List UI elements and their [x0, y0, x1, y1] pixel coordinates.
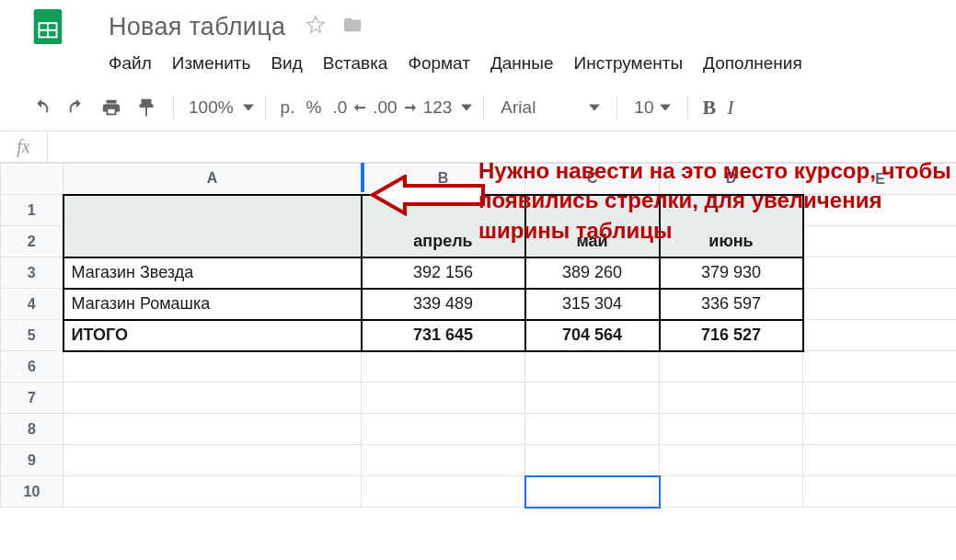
menu-file[interactable]: Файл — [109, 53, 152, 74]
zoom-value: 100% — [185, 96, 237, 120]
table-row: 3 Магазин Звезда 392 156 389 260 379 930 — [1, 257, 957, 289]
bold-button[interactable]: B — [699, 94, 720, 121]
font-size-select[interactable]: 10 — [628, 97, 675, 118]
menu-data[interactable]: Данные — [490, 53, 554, 74]
fx-label: fx — [0, 131, 48, 162]
menu-view[interactable]: Вид — [271, 53, 302, 74]
cell-e6[interactable] — [803, 351, 957, 383]
cell-e7[interactable] — [803, 383, 957, 414]
separator — [687, 96, 688, 120]
rowhead-9[interactable]: 9 — [1, 445, 63, 476]
menu-format[interactable]: Формат — [408, 53, 470, 74]
cell-e10[interactable] — [803, 476, 957, 508]
number-format-select[interactable]: 123 — [420, 96, 473, 120]
cell-b1[interactable]: апрель — [362, 195, 525, 257]
arrow-right-icon — [405, 103, 416, 112]
italic-button[interactable]: I — [723, 94, 737, 121]
rowhead-2[interactable]: 2 — [1, 226, 63, 257]
cell-c1[interactable]: май — [525, 195, 660, 257]
cell-e9[interactable] — [803, 445, 957, 476]
cell-e2[interactable] — [803, 226, 957, 257]
cell-a6[interactable] — [63, 351, 362, 383]
rowhead-6[interactable]: 6 — [1, 351, 63, 383]
star-icon[interactable] — [305, 15, 326, 39]
cell-d7[interactable] — [660, 383, 803, 414]
cell-e8[interactable] — [803, 414, 957, 445]
redo-icon[interactable] — [61, 94, 92, 121]
colhead-d[interactable]: D — [660, 164, 803, 195]
cell-b7[interactable] — [362, 383, 525, 414]
column-resize-handle[interactable] — [361, 163, 364, 192]
rowhead-1[interactable]: 1 — [1, 195, 63, 226]
cell-c6[interactable] — [525, 351, 660, 383]
cell-a5[interactable]: ИТОГО — [63, 320, 362, 351]
cell-a9[interactable] — [63, 445, 362, 476]
cell-e4[interactable] — [803, 289, 957, 320]
menu-addons[interactable]: Дополнения — [703, 53, 802, 74]
colhead-c[interactable]: C — [525, 164, 660, 195]
cell-c4[interactable]: 315 304 — [525, 289, 660, 320]
cell-b8[interactable] — [362, 414, 525, 445]
document-title[interactable]: Новая таблица — [109, 13, 285, 41]
separator — [483, 96, 484, 120]
cell-d10[interactable] — [660, 476, 803, 508]
percent-format-button[interactable]: % — [302, 96, 325, 120]
spreadsheet-grid[interactable]: A B C D E 1 апрель май июнь 2 3 Магазин … — [0, 163, 956, 508]
colhead-e[interactable]: E — [803, 164, 957, 195]
paint-format-icon[interactable] — [131, 94, 162, 121]
decrease-decimal-button[interactable]: .0 — [328, 96, 365, 120]
cell-d5[interactable]: 716 527 — [660, 320, 803, 351]
undo-icon[interactable] — [26, 94, 57, 121]
colhead-b[interactable]: B — [362, 164, 525, 195]
cell-a4[interactable]: Магазин Ромашка — [63, 289, 362, 320]
cell-e1[interactable] — [803, 195, 957, 226]
cell-c10-active[interactable] — [525, 476, 660, 508]
cell-a8[interactable] — [63, 414, 362, 445]
cell-a10[interactable] — [63, 476, 362, 508]
cell-b10[interactable] — [362, 476, 525, 508]
rowhead-3[interactable]: 3 — [1, 257, 63, 289]
cell-b5[interactable]: 731 645 — [362, 320, 525, 351]
currency-format-button[interactable]: р. — [277, 96, 299, 120]
print-icon[interactable] — [96, 94, 127, 121]
cell-c7[interactable] — [525, 383, 660, 414]
select-all-corner[interactable] — [1, 164, 63, 195]
cell-b6[interactable] — [362, 351, 525, 383]
cell-e3[interactable] — [803, 257, 957, 289]
table-row: 9 — [1, 445, 957, 476]
cell-b9[interactable] — [362, 445, 525, 476]
cell-c3[interactable]: 389 260 — [525, 257, 660, 289]
cell-a3[interactable]: Магазин Звезда — [63, 257, 362, 289]
rowhead-7[interactable]: 7 — [1, 383, 63, 414]
menu-edit[interactable]: Изменить — [172, 53, 251, 74]
increase-decimal-button[interactable]: .00 — [369, 96, 415, 120]
folder-icon[interactable] — [342, 15, 363, 39]
menu-insert[interactable]: Вставка — [323, 53, 388, 74]
rowhead-5[interactable]: 5 — [1, 320, 63, 351]
zoom-select[interactable]: 100% — [185, 96, 254, 120]
rowhead-4[interactable]: 4 — [1, 289, 63, 320]
cell-d3[interactable]: 379 930 — [660, 257, 803, 289]
cell-d6[interactable] — [660, 351, 803, 383]
cell-e5[interactable] — [803, 320, 957, 351]
cell-c5[interactable]: 704 564 — [525, 320, 660, 351]
table-row: 1 апрель май июнь — [1, 195, 957, 226]
cell-a1[interactable] — [63, 195, 362, 257]
chevron-down-icon — [241, 97, 254, 118]
rowhead-10[interactable]: 10 — [1, 476, 63, 508]
menu-tools[interactable]: Инструменты — [574, 53, 683, 74]
cell-d1[interactable]: июнь — [660, 195, 803, 257]
cell-c9[interactable] — [525, 445, 660, 476]
cell-b3[interactable]: 392 156 — [362, 257, 525, 289]
cell-d4[interactable]: 336 597 — [660, 289, 803, 320]
cell-a7[interactable] — [63, 383, 362, 414]
cell-c8[interactable] — [525, 414, 660, 445]
cell-d9[interactable] — [660, 445, 803, 476]
colhead-a[interactable]: A — [63, 164, 362, 195]
separator — [616, 96, 617, 120]
sheets-logo-icon[interactable] — [28, 6, 68, 47]
cell-b4[interactable]: 339 489 — [362, 289, 525, 320]
cell-d8[interactable] — [660, 414, 803, 445]
rowhead-8[interactable]: 8 — [1, 414, 63, 445]
font-family-select[interactable]: Arial — [495, 97, 605, 118]
